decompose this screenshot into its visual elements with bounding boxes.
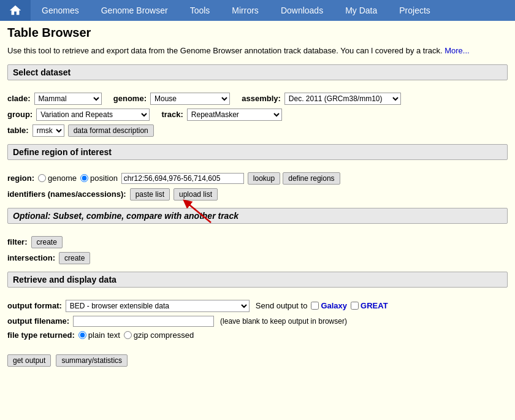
group-select[interactable]: Variation and Repeats Genes and Gene Pre… — [36, 109, 150, 121]
radio-position[interactable] — [80, 174, 88, 182]
home-button[interactable] — [0, 0, 31, 21]
genome-select[interactable]: Mouse Human Rat Zebrafish — [150, 93, 230, 105]
lookup-btn[interactable]: lookup — [248, 172, 280, 185]
upload-list-btn[interactable]: upload list — [174, 188, 218, 200]
file-type-label: file type returned: — [7, 330, 75, 340]
assembly-select[interactable]: Dec. 2011 (GRCm38/mm10) Jul. 2007 (NCBI3… — [284, 93, 401, 105]
row-filter: filter: create — [7, 236, 508, 248]
navbar: Genomes Genome Browser Tools Mirrors Dow… — [0, 0, 515, 21]
radio-position-label[interactable]: position — [80, 174, 118, 183]
intersection-label: intersection: — [7, 253, 55, 262]
region-buttons: lookup define regions — [248, 172, 340, 185]
nav-tools[interactable]: Tools — [179, 0, 221, 21]
genome-label: genome: — [113, 94, 147, 103]
intersection-create-btn[interactable]: create — [59, 252, 90, 264]
optional-form: filter: create intersection: create — [7, 230, 508, 272]
retrieve-display-section: Retrieve and display data — [7, 272, 508, 288]
send-output-label: Send output to — [256, 301, 308, 310]
row-table: table: rmsk data format description — [7, 124, 508, 137]
nav-downloads[interactable]: Downloads — [270, 0, 334, 21]
output-format-label: output format: — [7, 301, 62, 310]
track-select[interactable]: RepeatMasker Simple Repeats Microsatelli… — [187, 109, 282, 121]
galaxy-checkbox-label[interactable]: Galaxy — [311, 301, 347, 310]
assembly-label: assembly: — [242, 94, 281, 103]
track-label: track: — [161, 110, 183, 119]
define-region-title: Define region of interest — [13, 147, 112, 157]
output-filename-label: output filename: — [7, 316, 69, 326]
position-input[interactable] — [121, 173, 244, 184]
radio-gzip[interactable] — [124, 331, 132, 339]
radio-plain[interactable] — [78, 331, 86, 339]
filter-create-btn[interactable]: create — [31, 236, 63, 248]
row-identifiers: identifiers (names/accessions): paste li… — [7, 188, 508, 200]
row-output-filename: output filename: (leave blank to keep ou… — [7, 316, 508, 327]
bottom-buttons: get output summary/statistics — [7, 354, 508, 367]
radio-genome[interactable] — [38, 174, 46, 182]
select-dataset-form: clade: Mammal Vertebrate Deuterostome In… — [7, 86, 508, 144]
nav-my-data[interactable]: My Data — [334, 0, 388, 21]
page-content: Table Browser Use this tool to retrieve … — [0, 21, 515, 420]
radio-genome-text: genome — [48, 174, 77, 183]
row-group-track: group: Variation and Repeats Genes and G… — [7, 109, 508, 121]
more-link[interactable]: More... — [444, 46, 469, 55]
galaxy-checkbox[interactable] — [311, 302, 319, 310]
nav-genomes[interactable]: Genomes — [31, 0, 90, 21]
clade-label: clade: — [7, 94, 31, 103]
great-checkbox-label[interactable]: GREAT — [351, 301, 388, 310]
retrieve-display-form: output format: BED - browser extensible … — [7, 294, 508, 347]
row-region: region: genome position lookup define re… — [7, 172, 508, 185]
summary-statistics-btn[interactable]: summary/statistics — [56, 354, 128, 367]
output-format-select[interactable]: BED - browser extensible data GTF - gene… — [66, 300, 250, 312]
great-link[interactable]: GREAT — [360, 301, 388, 310]
table-label: table: — [7, 126, 29, 135]
radio-plain-text: plain text — [88, 330, 120, 340]
identifiers-container: identifiers (names/accessions): paste li… — [7, 188, 508, 200]
paste-list-btn[interactable]: paste list — [130, 188, 170, 200]
radio-plain-label[interactable]: plain text — [78, 330, 120, 340]
define-regions-btn[interactable]: define regions — [283, 172, 340, 185]
row-intersection: intersection: create — [7, 252, 508, 264]
select-dataset-section: Select dataset — [7, 64, 508, 80]
row-file-type: file type returned: plain text gzip comp… — [7, 330, 508, 340]
group-label: group: — [7, 110, 32, 119]
define-region-section: Define region of interest — [7, 144, 508, 160]
output-filename-input[interactable] — [73, 316, 214, 327]
radio-genome-label[interactable]: genome — [38, 174, 77, 183]
row-clade-genome-assembly: clade: Mammal Vertebrate Deuterostome In… — [7, 93, 508, 105]
define-region-form: region: genome position lookup define re… — [7, 166, 508, 208]
optional-title: Optional: Subset, combine, compare with … — [13, 211, 238, 221]
great-checkbox[interactable] — [351, 302, 359, 310]
radio-gzip-label[interactable]: gzip compressed — [124, 330, 194, 340]
get-output-btn[interactable]: get output — [7, 354, 51, 367]
radio-position-text: position — [90, 174, 118, 183]
galaxy-link[interactable]: Galaxy — [321, 301, 347, 310]
home-icon — [9, 4, 22, 17]
region-label: region: — [7, 174, 34, 183]
identifiers-label: identifiers (names/accessions): — [7, 189, 126, 199]
retrieve-display-title: Retrieve and display data — [13, 275, 116, 284]
leave-blank-text: (leave blank to keep output in browser) — [220, 317, 347, 326]
optional-section: Optional: Subset, combine, compare with … — [7, 208, 508, 224]
radio-gzip-text: gzip compressed — [134, 330, 194, 340]
clade-select[interactable]: Mammal Vertebrate Deuterostome Insect Ne… — [34, 93, 102, 105]
nav-projects[interactable]: Projects — [388, 0, 441, 21]
data-format-btn[interactable]: data format description — [68, 124, 154, 137]
nav-genome-browser[interactable]: Genome Browser — [90, 0, 179, 21]
intro-text: Use this tool to retrieve and export dat… — [7, 45, 508, 57]
nav-mirrors[interactable]: Mirrors — [221, 0, 270, 21]
filter-label: filter: — [7, 237, 28, 246]
table-select[interactable]: rmsk — [32, 124, 64, 137]
page-title: Table Browser — [7, 26, 508, 40]
select-dataset-title: Select dataset — [13, 67, 71, 77]
row-output-format: output format: BED - browser extensible … — [7, 300, 508, 312]
